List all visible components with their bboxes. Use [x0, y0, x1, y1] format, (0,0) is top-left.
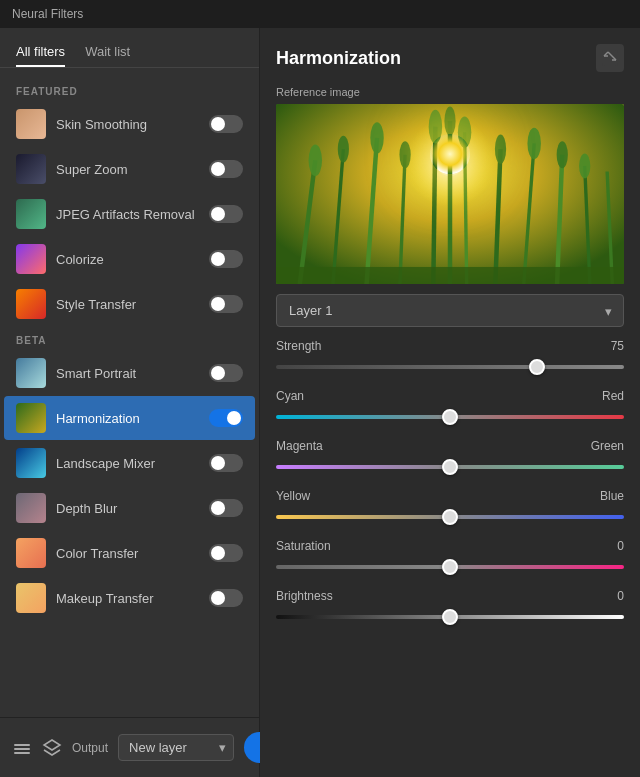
slider-cyan-thumb[interactable] — [442, 409, 458, 425]
filter-thumb-harmonize — [16, 403, 46, 433]
filter-thumb-portrait — [16, 358, 46, 388]
filter-style-transfer[interactable]: Style Transfer — [4, 282, 255, 326]
slider-magenta-track[interactable] — [276, 457, 624, 477]
svg-point-23 — [429, 110, 442, 144]
svg-rect-2 — [14, 752, 30, 754]
slider-magenta-right: Green — [591, 439, 624, 453]
filter-harmonization[interactable]: Harmonization — [4, 396, 255, 440]
toggle-skin[interactable] — [209, 115, 243, 133]
svg-point-20 — [338, 136, 349, 163]
slider-yellow-thumb[interactable] — [442, 509, 458, 525]
svg-point-21 — [370, 122, 383, 153]
layers-icon[interactable] — [12, 734, 32, 762]
slider-strength-thumb[interactable] — [529, 359, 545, 375]
filter-thumb-style — [16, 289, 46, 319]
svg-point-29 — [579, 154, 590, 179]
slider-saturation-thumb[interactable] — [442, 559, 458, 575]
slider-cyan-right: Red — [602, 389, 624, 403]
panel-title: Harmonization — [276, 48, 401, 69]
slider-strength: Strength 75 — [276, 339, 624, 377]
svg-rect-30 — [276, 267, 624, 284]
layer-select[interactable]: Layer 1 Layer 2 Background — [276, 294, 624, 327]
slider-yellow-right: Blue — [600, 489, 624, 503]
toggle-style[interactable] — [209, 295, 243, 313]
slider-strength-value: 75 — [611, 339, 624, 353]
filter-name-harmonize: Harmonization — [56, 411, 209, 426]
layer-select-wrapper[interactable]: Layer 1 Layer 2 Background — [276, 294, 624, 327]
svg-rect-0 — [14, 744, 30, 746]
filter-super-zoom[interactable]: Super Zoom — [4, 147, 255, 191]
tabs: All filters Wait list — [0, 28, 259, 68]
toggle-harmonize[interactable] — [209, 409, 243, 427]
section-beta: BETA — [0, 327, 259, 350]
svg-point-28 — [557, 141, 568, 168]
filter-jpeg[interactable]: JPEG Artifacts Removal — [4, 192, 255, 236]
filter-thumb-colorize — [16, 244, 46, 274]
filter-name-jpeg: JPEG Artifacts Removal — [56, 207, 209, 222]
slider-saturation-label: Saturation — [276, 539, 331, 553]
slider-yellow-label: Yellow — [276, 489, 310, 503]
toggle-jpeg[interactable] — [209, 205, 243, 223]
filter-skin-smoothing[interactable]: Skin Smoothing — [4, 102, 255, 146]
slider-cyan-track[interactable] — [276, 407, 624, 427]
tab-all-filters[interactable]: All filters — [16, 38, 65, 67]
panel-header: Harmonization — [276, 44, 624, 72]
filter-name-makeup: Makeup Transfer — [56, 591, 209, 606]
toggle-colorize[interactable] — [209, 250, 243, 268]
filter-thumb-color — [16, 538, 46, 568]
stack-icon[interactable] — [42, 734, 62, 762]
slider-yellow: Yellow Blue — [276, 489, 624, 527]
svg-point-25 — [458, 117, 471, 148]
slider-cyan-label: Cyan — [276, 389, 304, 403]
slider-brightness: Brightness 0 — [276, 589, 624, 627]
svg-line-13 — [465, 132, 467, 284]
slider-saturation: Saturation 0 — [276, 539, 624, 577]
slider-brightness-value: 0 — [617, 589, 624, 603]
output-select[interactable]: New layer Current layer Smart filter — [118, 734, 234, 761]
slider-saturation-value: 0 — [617, 539, 624, 553]
slider-brightness-track[interactable] — [276, 607, 624, 627]
filter-name-skin: Skin Smoothing — [56, 117, 209, 132]
filter-thumb-skin — [16, 109, 46, 139]
slider-magenta-thumb[interactable] — [442, 459, 458, 475]
svg-point-27 — [527, 128, 540, 159]
filter-name-colorize: Colorize — [56, 252, 209, 267]
slider-strength-label: Strength — [276, 339, 321, 353]
tab-wait-list[interactable]: Wait list — [85, 38, 130, 67]
reference-image — [276, 104, 624, 284]
filter-name-portrait: Smart Portrait — [56, 366, 209, 381]
help-icon[interactable] — [596, 44, 624, 72]
output-label: Output — [72, 741, 108, 755]
slider-brightness-label: Brightness — [276, 589, 333, 603]
slider-yellow-track[interactable] — [276, 507, 624, 527]
toggle-landscape[interactable] — [209, 454, 243, 472]
filter-name-style: Style Transfer — [56, 297, 209, 312]
svg-point-6 — [437, 149, 464, 176]
slider-magenta-label: Magenta — [276, 439, 323, 453]
filter-depth-blur[interactable]: Depth Blur — [4, 486, 255, 530]
filter-thumb-jpeg — [16, 199, 46, 229]
toggle-zoom[interactable] — [209, 160, 243, 178]
toggle-portrait[interactable] — [209, 364, 243, 382]
output-select-wrapper[interactable]: New layer Current layer Smart filter — [118, 734, 234, 761]
filter-landscape-mixer[interactable]: Landscape Mixer — [4, 441, 255, 485]
filter-color-transfer[interactable]: Color Transfer — [4, 531, 255, 575]
filter-thumb-landscape — [16, 448, 46, 478]
toggle-makeup[interactable] — [209, 589, 243, 607]
title-bar: Neural Filters — [0, 0, 640, 28]
slider-cyan: Cyan Red — [276, 389, 624, 427]
reference-image-label: Reference image — [276, 86, 624, 98]
slider-saturation-track[interactable] — [276, 557, 624, 577]
slider-brightness-thumb[interactable] — [442, 609, 458, 625]
right-panel: Harmonization Reference image — [260, 28, 640, 777]
section-featured: FEATURED — [0, 78, 259, 101]
filter-colorize[interactable]: Colorize — [4, 237, 255, 281]
toggle-color[interactable] — [209, 544, 243, 562]
toggle-depth[interactable] — [209, 499, 243, 517]
bottom-bar: Output New layer Current layer Smart fil… — [0, 717, 259, 777]
filter-list: FEATURED Skin Smoothing Super Zoom JPEG … — [0, 68, 259, 717]
filter-smart-portrait[interactable]: Smart Portrait — [4, 351, 255, 395]
slider-strength-track[interactable] — [276, 357, 624, 377]
filter-makeup-transfer[interactable]: Makeup Transfer — [4, 576, 255, 620]
filter-name-zoom: Super Zoom — [56, 162, 209, 177]
